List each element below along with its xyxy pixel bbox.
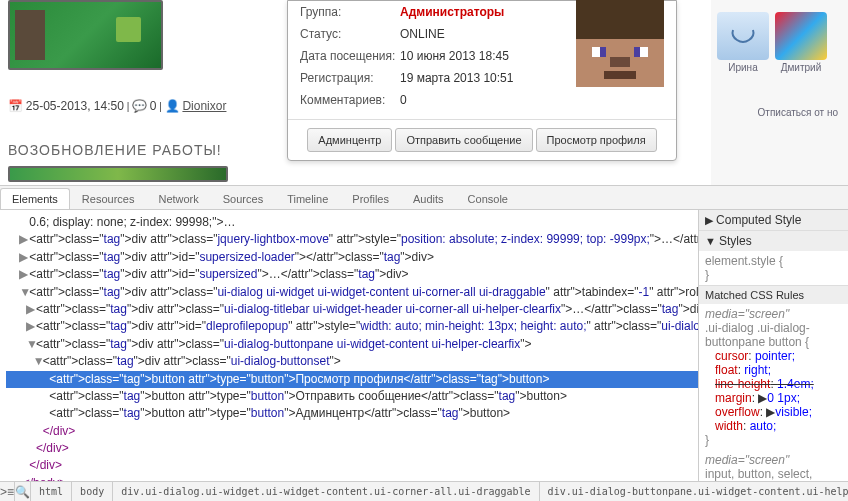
- unsubscribe-link[interactable]: Отписаться от но: [717, 107, 842, 118]
- devtools-tabs: ElementsResourcesNetworkSourcesTimelineP…: [0, 186, 848, 210]
- devtools-tab-sources[interactable]: Sources: [211, 188, 275, 209]
- post-thumbnail-2[interactable]: [8, 166, 228, 182]
- dom-node[interactable]: </div>: [6, 440, 698, 457]
- dom-node[interactable]: ▶<attr">class="tag">div attr">id="supers…: [6, 249, 698, 266]
- avatar: [576, 0, 664, 87]
- post-meta: 📅 25-05-2013, 14:50 | 💬 0 | 👤 Dionixor: [8, 99, 226, 113]
- css-property[interactable]: float: right;: [705, 363, 842, 377]
- breadcrumb-item[interactable]: body: [72, 482, 113, 501]
- devtools-main: 0.6; display: none; z-index: 99998;">… ▶…: [0, 210, 848, 481]
- user-icon: 👤: [165, 99, 180, 113]
- view-profile-button[interactable]: Просмотр профиля: [536, 128, 657, 152]
- send-message-button[interactable]: Отправить сообщение: [395, 128, 532, 152]
- console-toggle-icon[interactable]: >≡: [0, 482, 15, 501]
- friends-list: ИринаДмитрий: [717, 6, 842, 79]
- post-date: 25-05-2013, 14:50: [26, 99, 124, 113]
- friend-name: Дмитрий: [775, 62, 827, 73]
- post-thumbnail[interactable]: [8, 0, 163, 70]
- css-property[interactable]: margin: ▶0 1px;: [705, 391, 842, 405]
- dom-node[interactable]: ▶<attr">class="tag">div attr">class="jqu…: [6, 231, 698, 248]
- rule-block-1: media="screen" .ui-dialog .ui-dialog-but…: [699, 304, 848, 450]
- friend-name: Ирина: [717, 62, 769, 73]
- computed-style-header[interactable]: ▶ Computed Style: [699, 210, 848, 230]
- dom-node[interactable]: ▼<attr">class="tag">div attr">class="ui-…: [6, 353, 698, 370]
- breadcrumb-bar: >≡ 🔍 htmlbodydiv.ui-dialog.ui-widget.ui-…: [0, 481, 848, 501]
- comment-icon: 💬: [132, 99, 147, 113]
- devtools-tab-audits[interactable]: Audits: [401, 188, 456, 209]
- dom-node[interactable]: <attr">class="tag">button attr">type="bu…: [6, 371, 698, 388]
- devtools-tab-elements[interactable]: Elements: [0, 188, 70, 209]
- friend-item[interactable]: Дмитрий: [775, 12, 827, 73]
- admin-center-button[interactable]: Админцентр: [307, 128, 392, 152]
- dom-node[interactable]: <attr">class="tag">button attr">type="bu…: [6, 405, 698, 422]
- css-property[interactable]: width: auto;: [705, 419, 842, 433]
- devtools-tab-network[interactable]: Network: [146, 188, 210, 209]
- post-author-link[interactable]: Dionixor: [182, 99, 226, 113]
- styles-header[interactable]: ▼ Styles: [699, 231, 848, 251]
- matched-rules-header: Matched CSS Rules: [699, 286, 848, 304]
- calendar-icon: 📅: [8, 99, 23, 113]
- right-sidebar: ИринаДмитрий Отписаться от но: [711, 0, 848, 186]
- devtools-tab-timeline[interactable]: Timeline: [275, 188, 340, 209]
- devtools-tab-console[interactable]: Console: [456, 188, 520, 209]
- friend-avatar: [775, 12, 827, 60]
- breadcrumb-item[interactable]: html: [31, 482, 72, 501]
- devtools: ElementsResourcesNetworkSourcesTimelineP…: [0, 186, 848, 501]
- devtools-tab-resources[interactable]: Resources: [70, 188, 147, 209]
- page-upper: 📅 25-05-2013, 14:50 | 💬 0 | 👤 Dionixor В…: [0, 0, 848, 186]
- dom-node[interactable]: ▼<attr">class="tag">div attr">class="ui-…: [6, 336, 698, 353]
- profile-row: Комментариев:0: [300, 89, 664, 111]
- dom-node[interactable]: ▼<attr">class="tag">div attr">class="ui-…: [6, 284, 698, 301]
- post-title[interactable]: ВОЗОБНОВЛЕНИЕ РАБОТЫ!: [8, 142, 222, 158]
- profile-dialog: Группа:АдминистраторыСтатус:ONLINEДата п…: [287, 0, 677, 161]
- friend-item[interactable]: Ирина: [717, 12, 769, 73]
- dialog-button-row: Админцентр Отправить сообщение Просмотр …: [288, 119, 676, 160]
- svg-rect-6: [610, 57, 630, 67]
- dom-node[interactable]: </div>: [6, 457, 698, 474]
- element-style-block: element.style { }: [699, 251, 848, 285]
- styles-panel[interactable]: ▶ Computed Style ▼ Styles element.style …: [698, 210, 848, 481]
- dom-node[interactable]: <attr">class="tag">button attr">type="bu…: [6, 388, 698, 405]
- svg-rect-5: [634, 47, 640, 57]
- css-property[interactable]: cursor: pointer;: [705, 349, 842, 363]
- friend-avatar: [717, 12, 769, 60]
- dom-node[interactable]: </div>: [6, 423, 698, 440]
- dom-node[interactable]: ▶<attr">class="tag">div attr">class="ui-…: [6, 301, 698, 318]
- breadcrumb-item[interactable]: div.ui-dialog-buttonpane.ui-widget-conte…: [540, 482, 848, 501]
- dom-tree[interactable]: 0.6; display: none; z-index: 99998;">… ▶…: [0, 210, 698, 481]
- devtools-tab-profiles[interactable]: Profiles: [340, 188, 401, 209]
- post-comments-count: 0: [150, 99, 157, 113]
- breadcrumb-item[interactable]: div.ui-dialog.ui-widget.ui-widget-conten…: [113, 482, 539, 501]
- css-property[interactable]: overflow: ▶visible;: [705, 405, 842, 419]
- dom-node[interactable]: ▶<attr">class="tag">div attr">id="supers…: [6, 266, 698, 283]
- svg-rect-7: [604, 71, 636, 79]
- inspect-icon[interactable]: 🔍: [15, 482, 31, 501]
- css-property[interactable]: line-height: 1.4em;: [705, 377, 842, 391]
- dom-node[interactable]: 0.6; display: none; z-index: 99998;">…: [6, 214, 698, 231]
- dom-node[interactable]: ▶<attr">class="tag">div attr">id="dlepro…: [6, 318, 698, 335]
- svg-rect-3: [600, 47, 606, 57]
- rule-block-2: media="screen" input, button, select, te…: [699, 450, 848, 481]
